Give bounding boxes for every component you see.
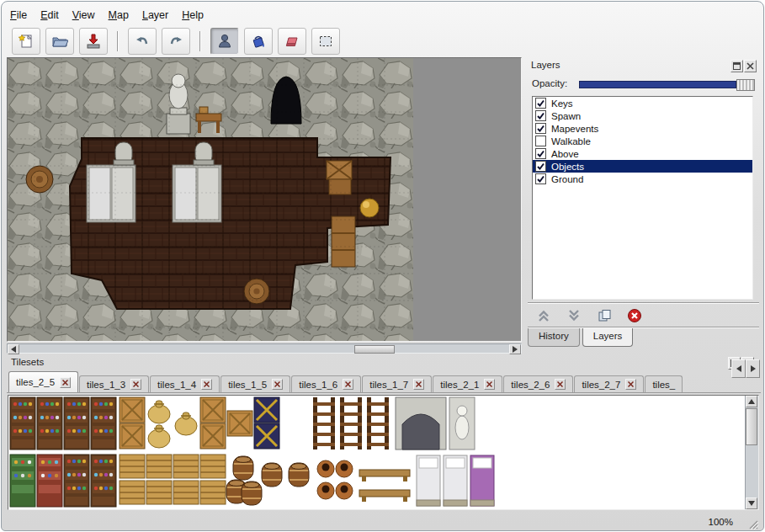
menu-file[interactable]: File [10, 9, 27, 21]
eraser-tool-button[interactable] [278, 28, 306, 55]
tab-label: History [539, 331, 569, 341]
close-panel-button[interactable] [744, 60, 757, 72]
app-window: File Edit View Map Layer Help [1, 1, 764, 531]
layer-visibility-checkbox[interactable] [535, 123, 546, 134]
undo-button[interactable] [128, 28, 157, 55]
tileset-tabbar: tiles_2_5 tiles_1_3 tiles_1_4 tiles_1_5 … [7, 371, 761, 393]
float-icon [733, 62, 741, 70]
tab-close-button[interactable] [60, 377, 71, 388]
close-icon [557, 381, 563, 387]
save-button[interactable] [79, 28, 108, 55]
tileset-tab[interactable]: tiles_2_1 [433, 375, 502, 392]
tab-label: tiles_1_3 [87, 380, 125, 390]
raise-layer-button[interactable] [534, 307, 554, 324]
status-bar: 100% [2, 515, 763, 531]
layer-row[interactable]: Keys [533, 97, 752, 109]
opacity-row: Opacity: [532, 77, 757, 91]
redo-button[interactable] [162, 28, 190, 55]
stamp-tool-button[interactable] [210, 28, 239, 55]
check-icon [536, 174, 545, 184]
tabs-scroll-left-button[interactable] [731, 359, 746, 378]
layer-visibility-checkbox[interactable] [535, 110, 546, 121]
tab-history[interactable]: History [528, 328, 580, 347]
float-panel-button[interactable] [730, 60, 743, 72]
map-viewport[interactable] [7, 57, 522, 342]
tab-label: tiles_2_5 [16, 377, 55, 387]
menu-edit[interactable]: Edit [40, 9, 59, 21]
layer-row[interactable]: Walkable [533, 135, 752, 147]
tileset-tab[interactable]: tiles_2_7 [574, 375, 644, 392]
tab-layers[interactable]: Layers [582, 328, 634, 347]
menu-help[interactable]: Help [182, 9, 204, 21]
layer-visibility-checkbox[interactable] [535, 98, 546, 109]
scroll-up-button[interactable] [746, 396, 757, 407]
tileset-tab[interactable]: tiles_1_5 [220, 375, 290, 392]
layer-list[interactable]: Keys Spawn Mapevents Walkable Above Obje… [532, 96, 753, 300]
tab-close-button[interactable] [484, 379, 495, 390]
layer-name: Keys [551, 98, 573, 109]
delete-layer-button[interactable] [624, 307, 645, 324]
tab-label: tiles_1_6 [299, 380, 337, 390]
layer-visibility-checkbox[interactable] [535, 173, 546, 184]
scrollbar-thumb[interactable] [354, 345, 395, 354]
map-horizontal-scrollbar[interactable] [7, 343, 522, 354]
layers-panel: Layers Opacity: Keys Spawn [525, 59, 762, 347]
gold-object [360, 199, 379, 217]
tileset-tab[interactable]: tiles_2_5 [8, 371, 78, 392]
toolbar [12, 27, 340, 56]
layer-row[interactable]: Mapevents [533, 122, 752, 135]
slider-handle[interactable] [736, 79, 755, 91]
tab-close-button[interactable] [343, 379, 353, 390]
layer-visibility-checkbox[interactable] [535, 161, 546, 172]
duplicate-layer-button[interactable] [594, 307, 614, 324]
layer-row[interactable]: Objects [533, 160, 752, 173]
tab-close-button[interactable] [130, 379, 141, 390]
tileset-tab[interactable]: tiles_1_7 [362, 375, 432, 392]
layer-row[interactable]: Ground [533, 173, 752, 185]
tileset-view[interactable] [8, 395, 759, 510]
tileset-vertical-scrollbar[interactable] [745, 396, 758, 509]
scrollbar-thumb[interactable] [746, 408, 757, 445]
tileset-tab[interactable]: tiles_1_6 [291, 375, 361, 392]
scroll-right-button[interactable] [509, 344, 521, 354]
tab-close-button[interactable] [413, 379, 424, 390]
tab-close-button[interactable] [625, 379, 636, 390]
layer-visibility-checkbox[interactable] [535, 136, 546, 146]
menu-view[interactable]: View [72, 9, 95, 21]
menu-map[interactable]: Map [109, 9, 129, 21]
scroll-left-button[interactable] [8, 344, 19, 354]
slider-track[interactable] [579, 81, 736, 88]
eraser-icon [284, 33, 300, 50]
open-button[interactable] [45, 28, 74, 55]
layers-dock-tabs: History Layers [528, 328, 635, 347]
tab-close-button[interactable] [272, 379, 283, 390]
tab-close-button[interactable] [555, 379, 566, 390]
close-icon [133, 381, 139, 387]
close-icon [274, 381, 280, 387]
new-file-button[interactable] [12, 28, 40, 55]
menu-layer[interactable]: Layer [142, 9, 168, 21]
tab-label: tiles_2_6 [511, 380, 550, 390]
scroll-down-button[interactable] [746, 497, 757, 509]
map-canvas[interactable] [8, 58, 413, 341]
lower-layer-button[interactable] [564, 307, 584, 324]
opacity-slider[interactable] [579, 78, 757, 90]
layer-row[interactable]: Spawn [533, 109, 752, 122]
layer-row[interactable]: Above [533, 147, 752, 160]
tileset-tab[interactable]: tiles_ [645, 375, 683, 392]
close-icon [345, 381, 351, 387]
tab-close-button[interactable] [201, 379, 212, 390]
tileset-canvas[interactable] [8, 396, 744, 508]
select-tool-button[interactable] [311, 28, 340, 55]
opacity-label: Opacity: [532, 78, 567, 88]
resize-grip-icon[interactable] [748, 519, 758, 529]
fill-tool-button[interactable] [244, 28, 273, 55]
layer-name: Above [551, 149, 579, 159]
tileset-tab[interactable]: tiles_1_4 [150, 375, 220, 392]
barrel [26, 166, 53, 193]
tabs-scroll-right-button[interactable] [746, 359, 760, 378]
tileset-tab[interactable]: tiles_1_3 [79, 375, 149, 392]
tileset-tab[interactable]: tiles_2_6 [503, 375, 573, 392]
layer-visibility-checkbox[interactable] [535, 148, 546, 159]
right-arrow-icon [751, 365, 756, 372]
